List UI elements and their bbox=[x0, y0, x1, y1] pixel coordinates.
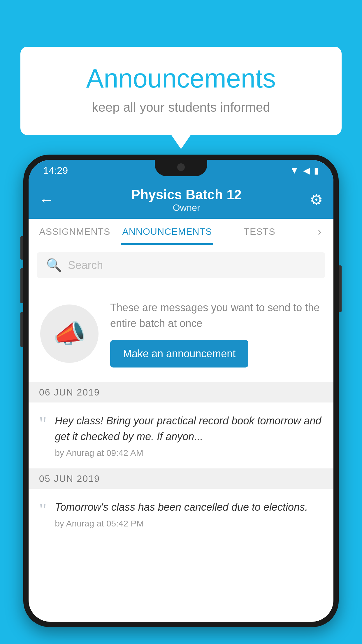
phone-button-volume-down bbox=[20, 268, 23, 303]
phone-container: 14:29 ▼ ◀ ▮ ← Physics Batch 12 Owner ⚙ bbox=[23, 155, 339, 644]
phone-screen: 14:29 ▼ ◀ ▮ ← Physics Batch 12 Owner ⚙ bbox=[29, 160, 333, 622]
tab-announcements[interactable]: ANNOUNCEMENTS bbox=[121, 219, 213, 245]
tab-tests[interactable]: TESTS bbox=[213, 219, 306, 245]
quote-icon-1: " bbox=[39, 414, 47, 433]
promo-icon-circle: 📣 bbox=[40, 304, 99, 363]
message-item-1: " Hey class! Bring your practical record… bbox=[29, 402, 333, 469]
message-content-1: Hey class! Bring your practical record b… bbox=[55, 413, 323, 458]
search-icon: 🔍 bbox=[46, 258, 62, 273]
status-time: 14:29 bbox=[43, 165, 68, 176]
date-separator-2: 05 JUN 2019 bbox=[29, 469, 333, 489]
wifi-icon: ▼ bbox=[290, 165, 299, 176]
back-button[interactable]: ← bbox=[39, 191, 54, 209]
make-announcement-button[interactable]: Make an announcement bbox=[110, 340, 248, 368]
tabs-container: ASSIGNMENTS ANNOUNCEMENTS TESTS › bbox=[29, 219, 333, 245]
phone-button-extra bbox=[20, 312, 23, 347]
promo-description: These are messages you want to send to t… bbox=[110, 300, 322, 331]
app-bar-subtitle: Owner bbox=[63, 202, 310, 213]
bubble-title: Announcements bbox=[44, 64, 318, 93]
message-meta-1: by Anurag at 09:42 AM bbox=[55, 448, 323, 458]
phone-camera bbox=[177, 163, 185, 171]
search-placeholder: Search bbox=[68, 259, 103, 272]
search-container: 🔍 Search bbox=[29, 245, 333, 285]
app-bar-title-container: Physics Batch 12 Owner bbox=[63, 187, 310, 213]
message-meta-2: by Anurag at 05:42 PM bbox=[55, 519, 323, 528]
date-separator-1: 06 JUN 2019 bbox=[29, 382, 333, 402]
speech-bubble-card: Announcements keep all your students inf… bbox=[20, 47, 342, 135]
search-bar[interactable]: 🔍 Search bbox=[37, 252, 325, 278]
message-text-1: Hey class! Bring your practical record b… bbox=[55, 413, 323, 444]
message-text-2: Tomorrow's class has been cancelled due … bbox=[55, 499, 323, 515]
phone-button-power bbox=[339, 265, 342, 312]
phone-button-volume-up bbox=[20, 236, 23, 260]
speech-bubble-section: Announcements keep all your students inf… bbox=[20, 47, 342, 135]
bubble-subtitle: keep all your students informed bbox=[44, 100, 318, 115]
settings-icon[interactable]: ⚙ bbox=[310, 191, 323, 208]
megaphone-icon: 📣 bbox=[53, 318, 86, 349]
tab-more[interactable]: › bbox=[306, 219, 333, 245]
quote-icon-2: " bbox=[39, 501, 47, 519]
phone-frame: 14:29 ▼ ◀ ▮ ← Physics Batch 12 Owner ⚙ bbox=[23, 155, 339, 627]
app-bar: ← Physics Batch 12 Owner ⚙ bbox=[29, 181, 333, 219]
message-content-2: Tomorrow's class has been cancelled due … bbox=[55, 499, 323, 528]
app-bar-title: Physics Batch 12 bbox=[63, 187, 310, 202]
promo-content: These are messages you want to send to t… bbox=[110, 300, 322, 368]
signal-icon: ◀ bbox=[303, 165, 310, 176]
tab-assignments[interactable]: ASSIGNMENTS bbox=[29, 219, 121, 245]
battery-icon: ▮ bbox=[314, 165, 319, 176]
status-icons: ▼ ◀ ▮ bbox=[290, 165, 319, 176]
message-item-2: " Tomorrow's class has been cancelled du… bbox=[29, 489, 333, 539]
announcement-promo: 📣 These are messages you want to send to… bbox=[29, 285, 333, 382]
